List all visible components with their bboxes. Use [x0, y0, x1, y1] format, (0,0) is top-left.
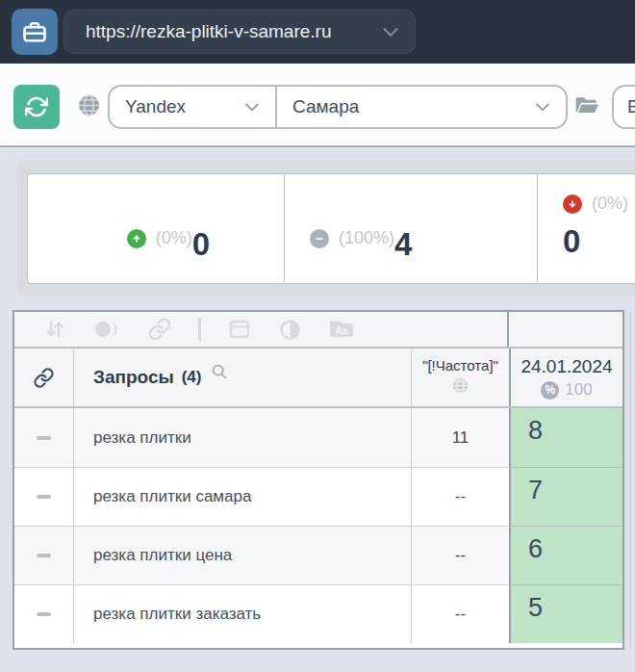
- window-columns-icon[interactable]: [227, 318, 252, 341]
- search-icon[interactable]: [209, 361, 230, 382]
- minus-circle-icon: [310, 229, 329, 248]
- table-row[interactable]: резка плитки самара -- 7: [14, 467, 622, 526]
- arrow-down-circle-icon: [563, 194, 582, 214]
- svg-text:Aa: Aa: [336, 325, 348, 336]
- project-url-dropdown[interactable]: https://rezka-plitki-v-samare.ru: [64, 10, 416, 54]
- project-icon-tile[interactable]: [12, 9, 58, 55]
- stat-card-down: (0%) 0: [537, 173, 635, 284]
- chevron-down-icon: [242, 97, 262, 116]
- table-header: Запросы (4) "[!Частота]" 24.01.2024: [14, 349, 622, 408]
- frequency-label: "[!Частота]": [422, 357, 498, 374]
- extra-filter-field[interactable]: В: [612, 85, 635, 129]
- link-icon: [33, 367, 55, 389]
- table-scrollbar[interactable]: [630, 312, 631, 648]
- links-column-header[interactable]: [14, 349, 74, 406]
- table-row[interactable]: резка плитки заказать -- 5: [14, 584, 622, 643]
- same-count: 4: [394, 228, 412, 260]
- row-links-cell[interactable]: [14, 467, 74, 526]
- target-snail-icon[interactable]: [92, 318, 121, 341]
- link-icon[interactable]: [147, 317, 172, 342]
- globe-icon[interactable]: [77, 93, 101, 117]
- filter-bar: Yandex Самара В: [0, 64, 635, 147]
- contrast-icon[interactable]: [278, 318, 302, 342]
- stat-card-up: (0%) 0: [27, 173, 285, 284]
- region-select[interactable]: Самара: [277, 87, 566, 127]
- globe-icon: [451, 376, 470, 395]
- date-label: 24.01.2024: [521, 356, 612, 377]
- chevron-down-icon: [533, 97, 552, 116]
- minus-icon: [37, 436, 51, 440]
- search-engine-select[interactable]: Yandex: [110, 87, 277, 127]
- region-value: Самара: [292, 96, 359, 117]
- folder-open-icon[interactable]: [574, 94, 599, 117]
- sort-icon[interactable]: [43, 318, 66, 341]
- frequency-cell: --: [412, 584, 509, 643]
- date-coverage: 100: [565, 380, 592, 400]
- position-cell[interactable]: 8: [509, 408, 622, 467]
- position-cell[interactable]: 6: [509, 526, 622, 584]
- position-changes-panel: (0%) 0 (100%) 4: [17, 160, 635, 296]
- minus-icon: [37, 554, 51, 557]
- refresh-button[interactable]: [13, 85, 60, 129]
- query-cell[interactable]: резка плитки заказать: [74, 584, 412, 643]
- down-percent: (0%): [592, 194, 628, 214]
- extra-filter-text: В: [627, 96, 635, 117]
- row-links-cell[interactable]: [14, 584, 74, 643]
- search-engine-value: Yandex: [125, 96, 186, 117]
- refresh-icon: [25, 95, 48, 118]
- project-url: https://rezka-plitki-v-samare.ru: [86, 21, 380, 42]
- frequency-cell: 11: [412, 408, 509, 467]
- percent-badge-icon: %: [541, 381, 559, 400]
- toolbar-date-cell: [509, 312, 622, 347]
- keywords-table: Aa Запросы (4): [13, 310, 624, 650]
- queries-label: Запросы: [93, 367, 174, 388]
- case-aa-icon[interactable]: Aa: [328, 319, 355, 340]
- search-settings-group: Yandex Самара: [108, 85, 568, 129]
- up-percent: (0%): [156, 228, 192, 248]
- date-column-header[interactable]: 24.01.2024 % 100: [509, 349, 622, 406]
- briefcase-icon: [21, 18, 48, 45]
- queries-column-header[interactable]: Запросы (4): [74, 349, 412, 406]
- position-cell[interactable]: 5: [509, 584, 622, 643]
- query-cell[interactable]: резка плитки цена: [74, 526, 412, 584]
- toolbar-divider: [198, 318, 201, 341]
- stat-card-same: (100%) 4: [284, 173, 538, 284]
- stats-cards: (0%) 0 (100%) 4: [27, 173, 635, 284]
- frequency-column-header[interactable]: "[!Частота]": [412, 349, 509, 406]
- same-percent: (100%): [339, 228, 394, 248]
- minus-icon: [37, 612, 51, 616]
- table-row[interactable]: резка плитки цена -- 6: [14, 526, 622, 584]
- query-cell[interactable]: резка плитки самара: [74, 467, 412, 526]
- position-cell[interactable]: 7: [509, 467, 622, 526]
- up-count: 0: [192, 228, 210, 260]
- chevron-down-icon: [380, 21, 401, 42]
- table-toolbar: Aa: [14, 312, 622, 349]
- queries-count: (4): [182, 368, 202, 387]
- table-row[interactable]: резка плитки 11 8: [14, 408, 622, 467]
- row-links-cell[interactable]: [14, 526, 74, 584]
- row-links-cell[interactable]: [14, 408, 74, 467]
- minus-icon: [37, 495, 51, 499]
- top-bar: https://rezka-plitki-v-samare.ru: [0, 0, 635, 64]
- down-count: 0: [563, 225, 635, 257]
- arrow-up-circle-icon: [127, 229, 146, 248]
- frequency-cell: --: [412, 526, 509, 584]
- query-cell[interactable]: резка плитки: [74, 408, 412, 467]
- frequency-cell: --: [412, 467, 509, 526]
